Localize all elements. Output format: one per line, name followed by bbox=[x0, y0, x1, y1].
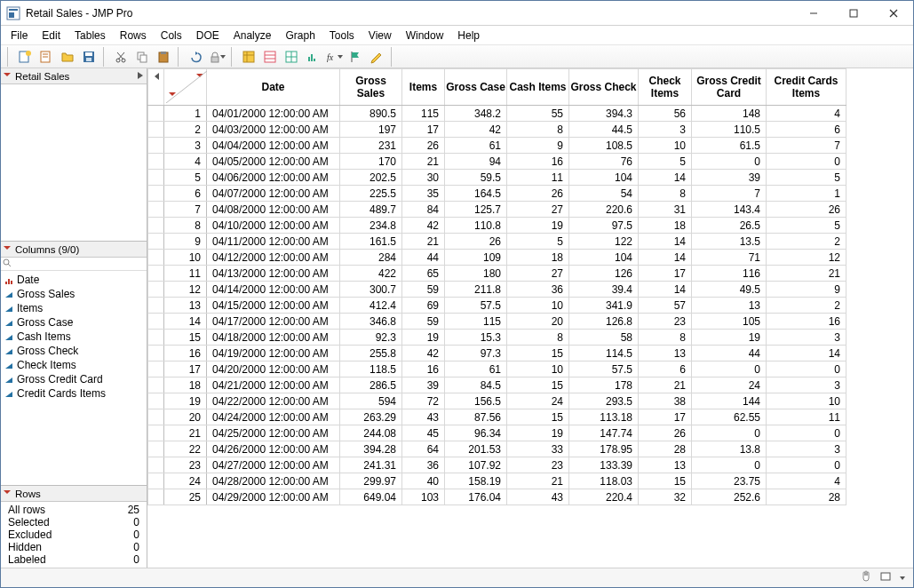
save-icon[interactable] bbox=[79, 47, 99, 67]
cell[interactable]: 36 bbox=[507, 282, 569, 298]
table-row[interactable]: 2004/24/2000 12:00:00 AM263.294387.56151… bbox=[148, 409, 846, 425]
cell[interactable]: 122 bbox=[569, 234, 639, 250]
cell[interactable]: 133.39 bbox=[569, 457, 639, 473]
column-item[interactable]: Cash Items bbox=[4, 330, 143, 344]
cell[interactable]: 57.5 bbox=[569, 362, 639, 377]
cell[interactable]: 04/15/2000 12:00:00 AM bbox=[207, 298, 340, 314]
menu-rows[interactable]: Rows bbox=[114, 28, 153, 43]
cell[interactable]: 263.29 bbox=[340, 409, 402, 425]
grid-corner-left[interactable] bbox=[148, 69, 164, 106]
cell[interactable]: 26 bbox=[767, 202, 846, 218]
cell[interactable]: 21 bbox=[402, 234, 445, 250]
cell[interactable]: 59 bbox=[402, 314, 445, 330]
cell[interactable]: 10 bbox=[507, 298, 569, 314]
cell[interactable]: 12 bbox=[767, 250, 846, 266]
cell[interactable]: 649.04 bbox=[340, 489, 402, 505]
table-row[interactable]: 2304/27/2000 12:00:00 AM241.3136107.9223… bbox=[148, 457, 846, 473]
menu-tables[interactable]: Tables bbox=[68, 28, 112, 43]
menu-analyze[interactable]: Analyze bbox=[227, 28, 278, 43]
cell[interactable]: 30 bbox=[402, 170, 445, 186]
cell[interactable]: 55 bbox=[507, 106, 569, 122]
cell[interactable]: 26 bbox=[507, 186, 569, 202]
row-number-cell[interactable]: 4 bbox=[164, 154, 207, 170]
column-item[interactable]: Credit Cards Items bbox=[4, 386, 143, 401]
cell[interactable]: 13.8 bbox=[692, 441, 767, 457]
cell[interactable]: 109 bbox=[445, 250, 507, 266]
cell[interactable]: 14 bbox=[639, 234, 692, 250]
row-state-cell[interactable] bbox=[148, 234, 164, 250]
cell[interactable]: 19 bbox=[507, 425, 569, 441]
table-row[interactable]: 1504/18/2000 12:00:00 AM92.31915.3858819… bbox=[148, 330, 846, 346]
table-row[interactable]: 204/03/2000 12:00:00 AM1971742844.53110.… bbox=[148, 122, 846, 138]
cell[interactable]: 164.5 bbox=[445, 186, 507, 202]
status-dropdown-icon[interactable] bbox=[899, 572, 906, 584]
cell[interactable]: 04/07/2000 12:00:00 AM bbox=[207, 186, 340, 202]
cell[interactable]: 57.5 bbox=[445, 298, 507, 314]
row-number-cell[interactable]: 13 bbox=[164, 298, 207, 314]
cell[interactable]: 04/14/2000 12:00:00 AM bbox=[207, 282, 340, 298]
cell[interactable]: 19 bbox=[507, 218, 569, 234]
cell[interactable]: 244.08 bbox=[340, 425, 402, 441]
cell[interactable]: 27 bbox=[507, 202, 569, 218]
row-state-cell[interactable] bbox=[148, 425, 164, 441]
row-number-cell[interactable]: 25 bbox=[164, 489, 207, 505]
cell[interactable]: 202.5 bbox=[340, 170, 402, 186]
cell[interactable]: 2 bbox=[767, 298, 846, 314]
cell[interactable]: 15.3 bbox=[445, 330, 507, 346]
cell[interactable]: 7 bbox=[767, 138, 846, 154]
column-item[interactable]: Gross Credit Card bbox=[4, 372, 143, 386]
row-state-cell[interactable] bbox=[148, 457, 164, 473]
row-state-cell[interactable] bbox=[148, 218, 164, 234]
cell[interactable]: 14 bbox=[639, 250, 692, 266]
cell[interactable]: 10 bbox=[507, 362, 569, 377]
cell[interactable]: 59.5 bbox=[445, 170, 507, 186]
cell[interactable]: 201.53 bbox=[445, 441, 507, 457]
cell[interactable]: 21 bbox=[507, 473, 569, 489]
cell[interactable]: 144 bbox=[692, 393, 767, 409]
cell[interactable]: 94 bbox=[445, 154, 507, 170]
cell[interactable]: 04/27/2000 12:00:00 AM bbox=[207, 457, 340, 473]
cell[interactable]: 105 bbox=[692, 314, 767, 330]
table-view2-icon[interactable] bbox=[260, 47, 280, 67]
cell[interactable]: 4 bbox=[767, 473, 846, 489]
cell[interactable]: 9 bbox=[767, 282, 846, 298]
cell[interactable]: 14 bbox=[767, 346, 846, 362]
cell[interactable]: 15 bbox=[507, 377, 569, 393]
cell[interactable]: 27 bbox=[507, 266, 569, 282]
minimize-button[interactable] bbox=[793, 1, 833, 26]
column-item[interactable]: Items bbox=[4, 301, 143, 315]
cell[interactable]: 21 bbox=[402, 154, 445, 170]
cell[interactable]: 44 bbox=[402, 250, 445, 266]
table-row[interactable]: 704/08/2000 12:00:00 AM489.784125.727220… bbox=[148, 202, 846, 218]
cell[interactable]: 59 bbox=[402, 282, 445, 298]
cell[interactable]: 0 bbox=[767, 425, 846, 441]
cell[interactable]: 64 bbox=[402, 441, 445, 457]
cell[interactable]: 97.5 bbox=[569, 218, 639, 234]
cell[interactable]: 412.4 bbox=[340, 298, 402, 314]
cell[interactable]: 18 bbox=[507, 250, 569, 266]
cell[interactable]: 252.6 bbox=[692, 489, 767, 505]
cell[interactable]: 115 bbox=[402, 106, 445, 122]
rows-stat[interactable]: Excluded0 bbox=[4, 528, 143, 541]
edit-icon[interactable] bbox=[367, 47, 386, 67]
source-panel-body[interactable] bbox=[1, 84, 147, 241]
column-header[interactable]: Date bbox=[207, 69, 340, 106]
cell[interactable]: 8 bbox=[639, 330, 692, 346]
cell[interactable]: 231 bbox=[340, 138, 402, 154]
cell[interactable]: 178.95 bbox=[569, 441, 639, 457]
cell[interactable]: 103 bbox=[402, 489, 445, 505]
cell[interactable]: 115 bbox=[445, 314, 507, 330]
row-state-cell[interactable] bbox=[148, 282, 164, 298]
status-rect-icon[interactable] bbox=[879, 570, 892, 585]
cell[interactable]: 118.03 bbox=[569, 473, 639, 489]
cell[interactable]: 7 bbox=[692, 186, 767, 202]
columns-search-input[interactable] bbox=[1, 258, 147, 271]
cell[interactable]: 110.8 bbox=[445, 218, 507, 234]
table-row[interactable]: 1804/21/2000 12:00:00 AM286.53984.515178… bbox=[148, 377, 846, 393]
table-row[interactable]: 904/11/2000 12:00:00 AM161.5212651221413… bbox=[148, 234, 846, 250]
cell[interactable]: 71 bbox=[692, 250, 767, 266]
table-row[interactable]: 504/06/2000 12:00:00 AM202.53059.5111041… bbox=[148, 170, 846, 186]
cell[interactable]: 42 bbox=[402, 346, 445, 362]
cell[interactable]: 61 bbox=[445, 362, 507, 377]
row-number-cell[interactable]: 2 bbox=[164, 122, 207, 138]
